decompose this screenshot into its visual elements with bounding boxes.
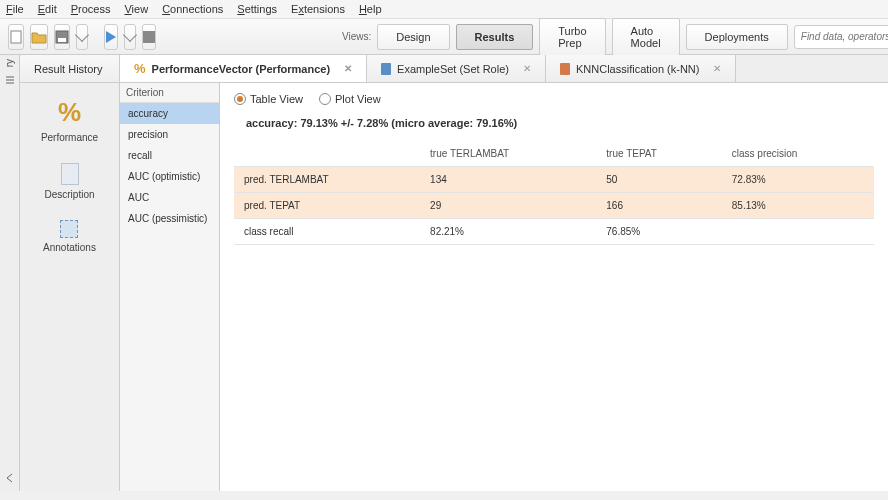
col-true-tepat: true TEPAT — [596, 141, 721, 167]
menu-view[interactable]: View — [124, 3, 148, 15]
table-icon — [381, 63, 391, 75]
open-button[interactable] — [30, 24, 48, 50]
new-button[interactable] — [8, 24, 24, 50]
nav-performance[interactable]: % Performance — [41, 97, 98, 143]
menu-file[interactable]: File — [6, 3, 24, 15]
col-true-terlambat: true TERLAMBAT — [420, 141, 596, 167]
criterion-header: Criterion — [120, 83, 219, 103]
detail-pane: Table View Plot View accuracy: 79.13% +/… — [220, 83, 888, 491]
save-button[interactable] — [54, 24, 70, 50]
search-input[interactable] — [801, 31, 888, 42]
criterion-auc-pessimistic[interactable]: AUC (pessimistic) — [120, 208, 219, 229]
svg-rect-2 — [58, 38, 66, 42]
tab-exampleset[interactable]: ExampleSet (Set Role) ✕ — [367, 55, 546, 82]
nav-annotations[interactable]: Annotations — [43, 220, 96, 253]
criterion-auc-optimistic[interactable]: AUC (optimistic) — [120, 166, 219, 187]
criterion-list: Criterion accuracy precision recall AUC … — [120, 83, 220, 491]
menu-help[interactable]: Help — [359, 3, 382, 15]
document-icon — [61, 163, 79, 185]
view-design[interactable]: Design — [377, 24, 449, 50]
menu-settings[interactable]: Settings — [237, 3, 277, 15]
percent-icon: % — [134, 61, 146, 76]
edge-label: ry — [4, 59, 15, 67]
accuracy-summary: accuracy: 79.13% +/- 7.28% (micro averag… — [246, 117, 874, 129]
table-row: pred. TERLAMBAT 134 50 72.83% — [234, 167, 874, 193]
tab-performance-vector[interactable]: % PerformanceVector (Performance) ✕ — [120, 55, 367, 82]
tab-result-history[interactable]: Result History — [20, 55, 120, 82]
table-row: pred. TEPAT 29 166 85.13% — [234, 193, 874, 219]
svg-rect-3 — [143, 31, 155, 43]
annotation-icon — [60, 220, 78, 238]
close-icon[interactable]: ✕ — [344, 63, 352, 74]
table-header-row: true TERLAMBAT true TEPAT class precisio… — [234, 141, 874, 167]
search-box[interactable] — [794, 25, 888, 49]
col-blank — [234, 141, 420, 167]
result-tabs: Result History % PerformanceVector (Perf… — [20, 55, 888, 83]
view-turbo[interactable]: Turbo Prep — [539, 18, 605, 56]
view-deploy[interactable]: Deployments — [686, 24, 788, 50]
criterion-auc[interactable]: AUC — [120, 187, 219, 208]
criterion-accuracy[interactable]: accuracy — [120, 103, 219, 124]
confusion-matrix-table: true TERLAMBAT true TEPAT class precisio… — [234, 141, 874, 245]
toolbar: Views: Design Results Turbo Prep Auto Mo… — [0, 19, 888, 55]
run-button[interactable] — [104, 24, 118, 50]
radio-plot-view[interactable]: Plot View — [319, 93, 381, 105]
result-side-nav: % Performance Description Annotations — [20, 83, 120, 491]
tab-knn[interactable]: KNNClassification (k-NN) ✕ — [546, 55, 736, 82]
left-edge-panel: ry — [0, 55, 20, 491]
menu-extensions[interactable]: Extensions — [291, 3, 345, 15]
model-icon — [560, 63, 570, 75]
svg-rect-0 — [11, 31, 21, 43]
close-icon[interactable]: ✕ — [523, 63, 531, 74]
run-dropdown[interactable] — [124, 24, 136, 50]
criterion-recall[interactable]: recall — [120, 145, 219, 166]
save-dropdown[interactable] — [76, 24, 88, 50]
menu-connections[interactable]: Connections — [162, 3, 223, 15]
radio-table-view[interactable]: Table View — [234, 93, 303, 105]
view-results[interactable]: Results — [456, 24, 534, 50]
menu-edit[interactable]: Edit — [38, 3, 57, 15]
nav-description[interactable]: Description — [44, 163, 94, 200]
menu-process[interactable]: Process — [71, 3, 111, 15]
table-row: class recall 82.21% 76.85% — [234, 219, 874, 245]
percent-icon: % — [58, 97, 81, 128]
view-mode-toggle: Table View Plot View — [234, 93, 874, 105]
views-label: Views: — [342, 31, 371, 42]
col-precision: class precision — [722, 141, 874, 167]
close-icon[interactable]: ✕ — [713, 63, 721, 74]
view-automodel[interactable]: Auto Model — [612, 18, 680, 56]
menu-bar: File Edit Process View Connections Setti… — [0, 0, 888, 19]
stop-button[interactable] — [142, 24, 156, 50]
collapse-icon[interactable] — [4, 75, 16, 85]
criterion-precision[interactable]: precision — [120, 124, 219, 145]
chevron-left-icon[interactable] — [5, 473, 15, 483]
